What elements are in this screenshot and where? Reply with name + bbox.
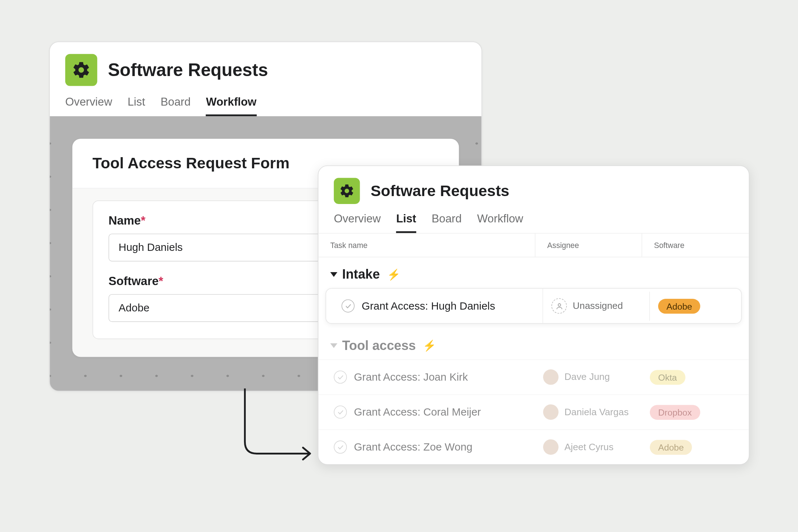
section-header[interactable]: Intake⚡ [318,257,749,288]
bolt-icon: ⚡ [423,339,436,352]
column-headers: Task name Assignee Software [318,234,749,257]
assignee-name: Dave Jung [564,372,610,382]
name-label-text: Name [108,214,141,227]
section-name: Intake [342,267,380,282]
list-tabs: OverviewListBoardWorkflow [318,209,749,234]
tab-workflow[interactable]: Workflow [477,212,523,233]
task-name: Grant Access: Hugh Daniels [362,300,495,312]
tab-overview[interactable]: Overview [65,96,112,116]
task-name: Grant Access: Coral Meijer [354,406,481,418]
tab-list[interactable]: List [128,96,145,116]
software-pill[interactable]: Adobe [658,298,700,313]
gear-icon [334,178,360,204]
software-pill[interactable]: Adobe [650,440,692,455]
assignee-name: Unassigned [573,301,623,311]
column-software: Software [642,234,749,257]
section-header[interactable]: Tool access⚡ [318,328,749,359]
complete-check-icon[interactable] [334,371,347,384]
complete-check-icon[interactable] [334,440,347,453]
flow-arrow-icon [233,388,322,465]
unassigned-icon[interactable] [551,298,567,314]
caret-down-icon [330,343,337,348]
gear-icon [65,54,97,86]
tab-board[interactable]: Board [160,96,190,116]
tab-board[interactable]: Board [432,212,462,233]
avatar[interactable] [543,404,559,420]
assignee-name: Ajeet Cyrus [564,442,613,453]
complete-check-icon[interactable] [342,300,355,312]
list-header: Software Requests [318,166,749,209]
task-name: Grant Access: Zoe Wong [354,441,473,453]
software-label-text: Software [108,275,159,288]
task-name: Grant Access: Joan Kirk [354,371,468,384]
caret-down-icon [330,272,337,277]
task-row[interactable]: Grant Access: Coral MeijerDaniela Vargas… [318,394,749,429]
column-task-name: Task name [318,234,535,257]
column-assignee: Assignee [535,234,642,257]
workflow-tabs: OverviewListBoardWorkflow [50,92,482,116]
workflow-header: Software Requests [50,42,482,92]
tab-overview[interactable]: Overview [334,212,381,233]
complete-check-icon[interactable] [334,405,347,418]
tab-workflow[interactable]: Workflow [206,96,257,116]
required-marker: * [141,214,146,227]
assignee-name: Daniela Vargas [564,407,629,417]
tab-list[interactable]: List [396,212,416,233]
software-pill[interactable]: Okta [650,370,685,385]
avatar[interactable] [543,369,559,385]
avatar[interactable] [543,439,559,455]
bolt-icon: ⚡ [387,268,400,281]
required-marker: * [159,275,163,288]
svg-point-0 [558,303,560,306]
list-sections: Intake⚡Grant Access: Hugh DanielsUnassig… [318,257,749,464]
workflow-title: Software Requests [108,60,268,80]
software-pill[interactable]: Dropbox [650,405,700,420]
task-row[interactable]: Grant Access: Joan KirkDave JungOkta [318,359,749,394]
task-row[interactable]: Grant Access: Zoe WongAjeet CyrusAdobe [318,429,749,464]
section-name: Tool access [342,338,416,354]
list-title: Software Requests [371,182,509,200]
list-card: Software Requests OverviewListBoardWorkf… [318,165,750,465]
task-row[interactable]: Grant Access: Hugh DanielsUnassignedAdob… [325,288,742,324]
